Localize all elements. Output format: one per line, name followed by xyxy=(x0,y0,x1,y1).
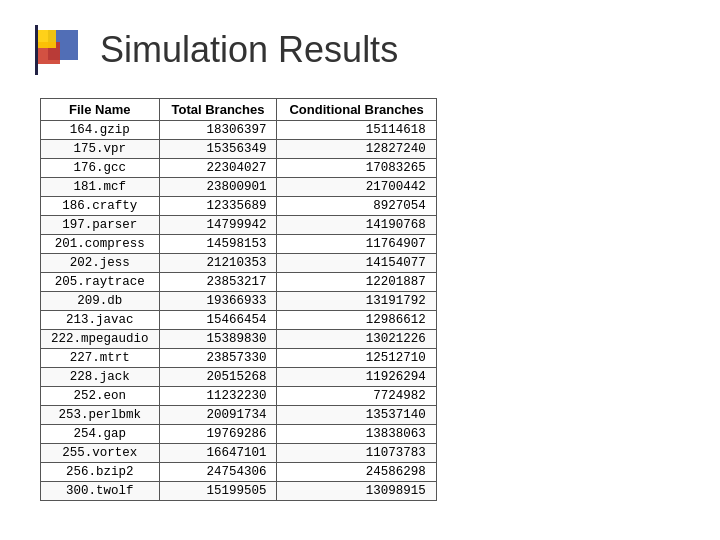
page-title: Simulation Results xyxy=(100,29,398,71)
cell-filename: 181.mcf xyxy=(41,178,160,197)
cell-total: 15356349 xyxy=(159,140,277,159)
cell-total: 11232230 xyxy=(159,387,277,406)
cell-total: 20515268 xyxy=(159,368,277,387)
cell-filename: 222.mpegaudio xyxy=(41,330,160,349)
cell-total: 14598153 xyxy=(159,235,277,254)
cell-total: 22304027 xyxy=(159,159,277,178)
cell-conditional: 11926294 xyxy=(277,368,436,387)
table-row: 164.gzip1830639715114618 xyxy=(41,121,437,140)
cell-total: 19769286 xyxy=(159,425,277,444)
table-row: 256.bzip22475430624586298 xyxy=(41,463,437,482)
cell-total: 20091734 xyxy=(159,406,277,425)
cell-filename: 197.parser xyxy=(41,216,160,235)
cell-filename: 164.gzip xyxy=(41,121,160,140)
cell-filename: 176.gcc xyxy=(41,159,160,178)
cell-conditional: 8927054 xyxy=(277,197,436,216)
cell-conditional: 21700442 xyxy=(277,178,436,197)
cell-filename: 255.vortex xyxy=(41,444,160,463)
page-container: Simulation Results File Name Total Branc… xyxy=(0,0,720,540)
table-wrapper: File Name Total Branches Conditional Bra… xyxy=(40,98,690,501)
cell-conditional: 12201887 xyxy=(277,273,436,292)
cell-conditional: 12512710 xyxy=(277,349,436,368)
cell-conditional: 11764907 xyxy=(277,235,436,254)
table-row: 181.mcf2380090121700442 xyxy=(41,178,437,197)
cell-conditional: 7724982 xyxy=(277,387,436,406)
cell-total: 12335689 xyxy=(159,197,277,216)
cell-filename: 253.perlbmk xyxy=(41,406,160,425)
cell-total: 19366933 xyxy=(159,292,277,311)
table-row: 202.jess2121035314154077 xyxy=(41,254,437,273)
cell-conditional: 15114618 xyxy=(277,121,436,140)
cell-conditional: 24586298 xyxy=(277,463,436,482)
cell-filename: 256.bzip2 xyxy=(41,463,160,482)
cell-conditional: 13191792 xyxy=(277,292,436,311)
table-header-row: File Name Total Branches Conditional Bra… xyxy=(41,99,437,121)
cell-total: 15389830 xyxy=(159,330,277,349)
logo-graphic xyxy=(30,20,90,80)
table-row: 209.db1936693313191792 xyxy=(41,292,437,311)
table-row: 213.javac1546645412986612 xyxy=(41,311,437,330)
cell-conditional: 11073783 xyxy=(277,444,436,463)
table-row: 176.gcc2230402717083265 xyxy=(41,159,437,178)
cell-total: 15466454 xyxy=(159,311,277,330)
cell-filename: 205.raytrace xyxy=(41,273,160,292)
table-row: 201.compress1459815311764907 xyxy=(41,235,437,254)
cell-filename: 254.gap xyxy=(41,425,160,444)
cell-filename: 300.twolf xyxy=(41,482,160,501)
col-header-conditional: Conditional Branches xyxy=(277,99,436,121)
cell-total: 23853217 xyxy=(159,273,277,292)
cell-total: 23800901 xyxy=(159,178,277,197)
cell-total: 15199505 xyxy=(159,482,277,501)
table-row: 186.crafty123356898927054 xyxy=(41,197,437,216)
cell-conditional: 13838063 xyxy=(277,425,436,444)
table-row: 205.raytrace2385321712201887 xyxy=(41,273,437,292)
table-row: 255.vortex1664710111073783 xyxy=(41,444,437,463)
cell-filename: 228.jack xyxy=(41,368,160,387)
cell-conditional: 12827240 xyxy=(277,140,436,159)
svg-rect-3 xyxy=(35,25,38,75)
svg-rect-2 xyxy=(38,30,56,48)
col-header-filename: File Name xyxy=(41,99,160,121)
table-row: 175.vpr1535634912827240 xyxy=(41,140,437,159)
table-row: 254.gap1976928613838063 xyxy=(41,425,437,444)
cell-filename: 209.db xyxy=(41,292,160,311)
col-header-total: Total Branches xyxy=(159,99,277,121)
table-row: 253.perlbmk2009173413537140 xyxy=(41,406,437,425)
table-row: 222.mpegaudio1538983013021226 xyxy=(41,330,437,349)
cell-conditional: 13537140 xyxy=(277,406,436,425)
cell-conditional: 13021226 xyxy=(277,330,436,349)
cell-conditional: 14190768 xyxy=(277,216,436,235)
cell-total: 18306397 xyxy=(159,121,277,140)
cell-conditional: 13098915 xyxy=(277,482,436,501)
cell-conditional: 12986612 xyxy=(277,311,436,330)
table-row: 197.parser1479994214190768 xyxy=(41,216,437,235)
cell-total: 14799942 xyxy=(159,216,277,235)
cell-filename: 213.javac xyxy=(41,311,160,330)
cell-conditional: 17083265 xyxy=(277,159,436,178)
cell-total: 16647101 xyxy=(159,444,277,463)
table-row: 300.twolf1519950513098915 xyxy=(41,482,437,501)
table-row: 228.jack2051526811926294 xyxy=(41,368,437,387)
table-row: 227.mtrt2385733012512710 xyxy=(41,349,437,368)
cell-conditional: 14154077 xyxy=(277,254,436,273)
cell-total: 24754306 xyxy=(159,463,277,482)
header-area: Simulation Results xyxy=(30,20,690,80)
results-table: File Name Total Branches Conditional Bra… xyxy=(40,98,437,501)
cell-total: 21210353 xyxy=(159,254,277,273)
cell-filename: 252.eon xyxy=(41,387,160,406)
cell-filename: 202.jess xyxy=(41,254,160,273)
cell-filename: 201.compress xyxy=(41,235,160,254)
cell-filename: 227.mtrt xyxy=(41,349,160,368)
cell-filename: 175.vpr xyxy=(41,140,160,159)
cell-total: 23857330 xyxy=(159,349,277,368)
table-row: 252.eon112322307724982 xyxy=(41,387,437,406)
cell-filename: 186.crafty xyxy=(41,197,160,216)
